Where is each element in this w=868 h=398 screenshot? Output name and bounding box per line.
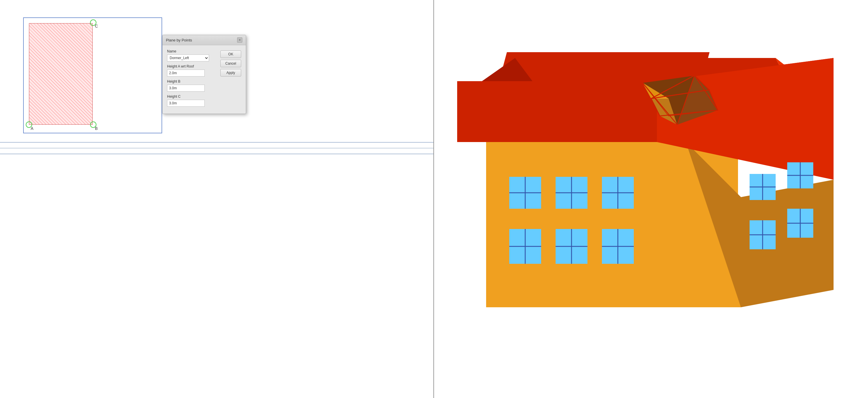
left-viewport: A B C Plane by Points × Name [0, 0, 434, 398]
plane-by-points-dialog: Plane by Points × Name Dormer_Left [162, 35, 246, 114]
dialog-body: Name Dormer_Left Height A wrt Roof Heigh… [162, 45, 246, 114]
guide-line-2 [0, 148, 433, 148]
dialog-titlebar: Plane by Points × [162, 35, 246, 45]
ok-button[interactable]: OK [220, 51, 241, 58]
height-b-input[interactable] [167, 85, 205, 92]
height-a-input[interactable] [167, 69, 205, 77]
height-c-label: Height C [167, 94, 217, 98]
cancel-button[interactable]: Cancel [220, 60, 241, 67]
point-a-label: A [31, 126, 33, 131]
height-a-field-group: Height A wrt Roof [167, 64, 217, 77]
guide-line-1 [0, 142, 433, 143]
guide-line-3 [0, 153, 433, 154]
dialog-title: Plane by Points [166, 38, 192, 42]
height-a-label: Height A wrt Roof [167, 64, 217, 68]
height-c-input[interactable] [167, 100, 205, 107]
plan-view: A B C [23, 18, 162, 139]
dialog-close-button[interactable]: × [237, 37, 242, 42]
right-viewport [434, 0, 868, 398]
height-b-field-group: Height B [167, 79, 217, 92]
building-scene-svg [434, 0, 868, 398]
height-c-field-group: Height C [167, 94, 217, 107]
height-b-label: Height B [167, 79, 217, 84]
dialog-fields: Name Dormer_Left Height A wrt Roof Heigh… [167, 49, 217, 110]
name-field-group: Name Dormer_Left [167, 49, 217, 61]
name-label: Name [167, 49, 217, 53]
selected-region [29, 23, 93, 125]
dialog-buttons: OK Cancel Apply [220, 49, 241, 110]
name-select[interactable]: Dormer_Left [167, 55, 209, 61]
apply-button[interactable]: Apply [220, 69, 241, 77]
point-b-label: B [95, 126, 98, 131]
point-c-label: C [95, 24, 98, 28]
roof-left-slope [457, 81, 657, 142]
